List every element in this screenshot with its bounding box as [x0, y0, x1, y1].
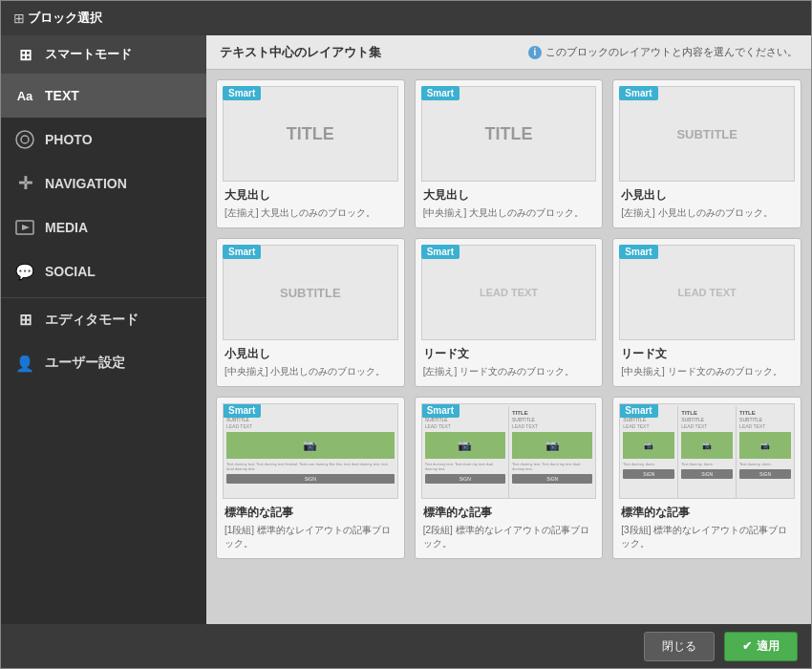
- card-preview: Smart LEAD TEXT: [619, 245, 795, 340]
- sidebar-item-editor-mode-label: エディタモード: [45, 312, 139, 329]
- preview-lead-text: LEAD TEXT: [678, 287, 737, 298]
- card-lead-left[interactable]: Smart LEAD TEXT リード文 [左揃え] リード文のみのブロック。: [415, 238, 604, 387]
- art-image: 📷: [226, 432, 395, 459]
- card-desc: [左揃え] リード文のみのブロック。: [423, 365, 595, 378]
- card-title: リード文: [423, 346, 595, 362]
- art-sign-button: SiGN: [226, 474, 395, 484]
- art-sign-button-1: SiGN: [425, 474, 505, 484]
- card-title: 標準的な記事: [423, 505, 595, 521]
- card-article-3col[interactable]: Smart TITLE SUBTITLE LEAD TEXT 📷 Text du…: [612, 397, 801, 559]
- card-article-1col[interactable]: Smart TITLE SUBTITLE LEAD TEXT 📷 Text du…: [216, 397, 405, 559]
- preview-lead-text: LEAD TEXT: [480, 287, 538, 298]
- preview-subtitle-text: SUBTITLE: [280, 286, 341, 300]
- smart-mode-label: スマートモード: [45, 46, 132, 63]
- art-image-2: 📷: [512, 432, 592, 459]
- smart-mode-icon: ⊞: [14, 44, 35, 65]
- svg-marker-3: [22, 225, 30, 230]
- card-article-2col[interactable]: Smart TITLE SUBTITLE LEAD TEXT 📷 Text du…: [415, 397, 604, 559]
- card-title-left[interactable]: Smart TITLE 大見出し [左揃え] 大見出しのみのブロック。: [216, 79, 405, 228]
- smart-badge: Smart: [223, 403, 261, 418]
- sidebar-item-photo-label: PHOTO: [45, 132, 93, 147]
- art-image-1: 📷: [425, 432, 505, 459]
- window-icon: ⊞: [11, 10, 28, 27]
- sidebar-item-smart-mode[interactable]: ⊞ スマートモード: [1, 35, 206, 74]
- card-title: 標準的な記事: [621, 505, 793, 521]
- card-subtitle-right[interactable]: Smart SUBTITLE 小見出し [左揃え] 小見出しのみのブロック。: [612, 79, 801, 228]
- sidebar-item-navigation[interactable]: ✛ NAVIGATION: [1, 162, 206, 205]
- smart-badge: Smart: [421, 86, 459, 100]
- card-subtitle-left[interactable]: Smart SUBTITLE 小見出し [中央揃え] 小見出しのみのブロック。: [216, 238, 405, 387]
- card-title: 小見出し: [621, 187, 793, 204]
- close-button[interactable]: 閉じる: [644, 632, 715, 661]
- smart-badge: Smart: [619, 245, 657, 259]
- card-desc: [左揃え] 小見出しのみのブロック。: [621, 206, 793, 220]
- grid-area[interactable]: Smart TITLE 大見出し [左揃え] 大見出しのみのブロック。 Smar…: [206, 70, 811, 624]
- sidebar-item-media-label: MEDIA: [45, 220, 88, 235]
- sidebar-item-photo[interactable]: PHOTO: [1, 118, 206, 162]
- art-image-3: 📷: [739, 432, 791, 459]
- smart-badge: Smart: [223, 245, 261, 259]
- card-grid: Smart TITLE 大見出し [左揃え] 大見出しのみのブロック。 Smar…: [216, 79, 801, 559]
- card-desc: [中央揃え] 小見出しのみのブロック。: [224, 365, 396, 378]
- sidebar-item-text-label: TEXT: [45, 88, 79, 103]
- card-info: 標準的な記事 [1段組] 標準的なレイアウトの記事ブロック。: [217, 499, 404, 558]
- card-preview: Smart LEAD TEXT: [421, 245, 597, 340]
- content-header-info: i このブロックのレイアウトと内容を選んでください。: [528, 45, 798, 59]
- art-image-2: 📷: [681, 432, 733, 459]
- content-area: テキスト中心のレイアウト集 i このブロックのレイアウトと内容を選んでください。…: [206, 35, 811, 624]
- card-info: 小見出し [中央揃え] 小見出しのみのブロック。: [217, 340, 404, 386]
- social-icon: 💬: [14, 261, 35, 282]
- smart-badge: Smart: [619, 86, 657, 100]
- sidebar: ⊞ スマートモード Aa TEXT PHOTO ✛ NAVIGATION: [1, 35, 206, 624]
- info-icon: i: [528, 46, 542, 59]
- smart-badge: Smart: [619, 403, 657, 418]
- media-icon: [14, 217, 35, 238]
- photo-icon: [14, 129, 35, 150]
- footer: 閉じる ✔ 適用: [1, 624, 811, 668]
- sidebar-item-user-settings-label: ユーザー設定: [45, 355, 125, 372]
- apply-button[interactable]: ✔ 適用: [724, 632, 798, 661]
- preview-subtitle-text: SUBTITLE: [676, 127, 737, 141]
- sidebar-item-social[interactable]: 💬 SOCIAL: [1, 249, 206, 293]
- card-desc: [左揃え] 大見出しのみのブロック。: [224, 206, 396, 220]
- card-lead-center[interactable]: Smart LEAD TEXT リード文 [中央揃え] リード文のみのブロック。: [612, 238, 801, 387]
- content-header-title: テキスト中心のレイアウト集: [220, 44, 381, 61]
- card-preview: Smart TITLE SUBTITLE LEAD TEXT 📷 Text du…: [421, 403, 597, 499]
- apply-check-icon: ✔: [742, 639, 752, 653]
- smart-badge: Smart: [223, 86, 261, 100]
- preview-title-text: TITLE: [484, 124, 532, 144]
- top-bar: ⊞ ブロック選択: [1, 1, 811, 35]
- card-title-center[interactable]: Smart TITLE 大見出し [中央揃え] 大見出しのみのブロック。: [415, 79, 604, 228]
- sidebar-item-social-label: SOCIAL: [45, 264, 96, 279]
- preview-title-text: TITLE: [287, 124, 334, 144]
- art-sign-button-2: SiGN: [681, 469, 733, 479]
- art-sign-button-3: SiGN: [739, 469, 791, 479]
- card-title: リード文: [621, 346, 793, 362]
- card-desc: [中央揃え] 大見出しのみのブロック。: [423, 206, 595, 220]
- smart-badge: Smart: [421, 403, 459, 418]
- art-image-1: 📷: [623, 432, 674, 459]
- card-desc: [1段組] 標準的なレイアウトの記事ブロック。: [224, 524, 396, 550]
- sidebar-item-text[interactable]: Aa TEXT: [1, 74, 206, 118]
- card-info: 小見出し [左揃え] 小見出しのみのブロック。: [613, 182, 801, 227]
- card-title: 小見出し: [224, 346, 396, 362]
- card-title: 大見出し: [423, 187, 595, 204]
- sidebar-item-user-settings[interactable]: 👤 ユーザー設定: [1, 341, 206, 385]
- svg-point-1: [21, 136, 29, 143]
- card-preview: Smart TITLE SUBTITLE LEAD TEXT 📷 Text du…: [619, 403, 795, 499]
- sidebar-item-navigation-label: NAVIGATION: [45, 176, 127, 191]
- card-info: リード文 [中央揃え] リード文のみのブロック。: [613, 340, 801, 386]
- content-header-info-text: このブロックのレイアウトと内容を選んでください。: [545, 45, 798, 59]
- card-info: 大見出し [左揃え] 大見出しのみのブロック。: [217, 182, 404, 227]
- apply-label: 適用: [757, 638, 780, 655]
- navigation-icon: ✛: [14, 173, 35, 194]
- card-info: 標準的な記事 [3段組] 標準的なレイアウトの記事ブロック。: [613, 499, 801, 558]
- body: ⊞ スマートモード Aa TEXT PHOTO ✛ NAVIGATION: [1, 35, 811, 624]
- card-desc: [2段組] 標準的なレイアウトの記事ブロック。: [423, 524, 595, 550]
- card-preview: Smart TITLE SUBTITLE LEAD TEXT 📷 Text du…: [223, 403, 398, 499]
- sidebar-item-editor-mode[interactable]: ⊞ エディタモード: [1, 297, 206, 341]
- text-icon: Aa: [14, 85, 35, 106]
- editor-mode-icon: ⊞: [14, 310, 35, 331]
- sidebar-item-media[interactable]: MEDIA: [1, 205, 206, 249]
- card-desc: [中央揃え] リード文のみのブロック。: [621, 365, 793, 378]
